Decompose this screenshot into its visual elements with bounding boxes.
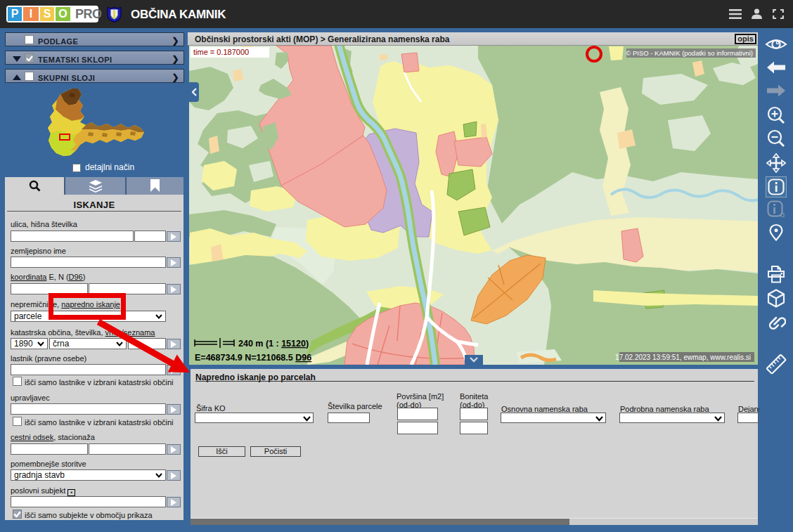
svg-text:17.02.2023 13:59:51, ewmap, ww: 17.02.2023 13:59:51, ewmap, www.realis.s…	[615, 353, 751, 361]
svg-text:© PISO - KAMNIK (podatki so in: © PISO - KAMNIK (podatki so informativni…	[626, 49, 753, 57]
svg-text:240 m (1 : 15120): 240 m (1 : 15120)	[238, 339, 309, 349]
svg-text:E=468734.9 N=121068.5 D96: E=468734.9 N=121068.5 D96	[195, 353, 311, 363]
svg-text:g: g	[780, 210, 785, 217]
svg-text:time = 0.187000: time = 0.187000	[193, 48, 249, 56]
